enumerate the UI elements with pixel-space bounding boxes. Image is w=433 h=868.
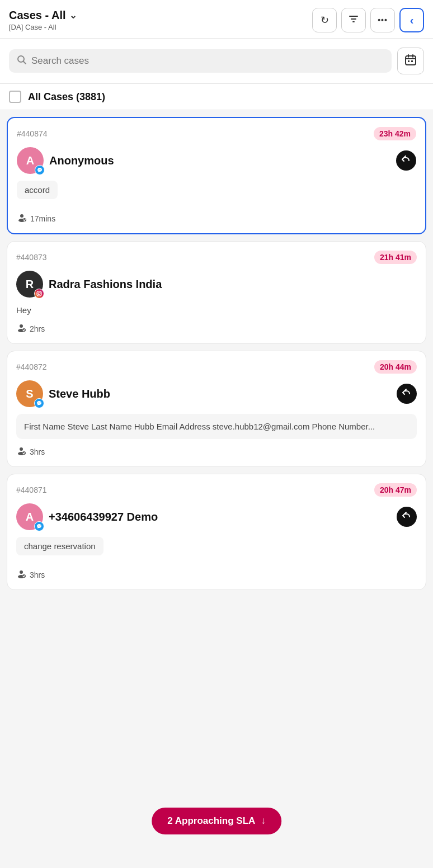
- back-button[interactable]: ‹: [399, 8, 424, 32]
- contact-left: A +34606439927 Demo: [16, 503, 158, 530]
- all-cases-label: All Cases (3881): [28, 91, 105, 103]
- card-footer: 3hrs: [16, 446, 417, 457]
- agent-icon: [16, 569, 26, 581]
- sla-banner[interactable]: 2 Approaching SLA ↓: [152, 808, 281, 834]
- case-message: accord: [17, 181, 58, 199]
- sla-label: 2 Approaching SLA: [167, 815, 255, 827]
- contact-left: A Anonymous: [17, 147, 114, 174]
- avatar: A: [16, 503, 43, 530]
- agent-time: 3hrs: [30, 447, 45, 456]
- filter-button[interactable]: [341, 8, 366, 32]
- svg-point-20: [20, 570, 23, 574]
- card-header: #440873 21h 41m: [16, 251, 417, 264]
- search-icon: [17, 55, 27, 67]
- card-header: #440872 20h 44m: [16, 360, 417, 374]
- case-id: #440873: [16, 253, 47, 262]
- agent-icon: [16, 446, 26, 457]
- case-card[interactable]: #440871 20h 47m A +34606439927 Demo: [7, 474, 426, 590]
- header-subtitle: [DA] Case - All: [9, 23, 77, 31]
- calendar-icon: [404, 54, 417, 69]
- avatar: R: [16, 271, 43, 298]
- time-badge: 20h 44m: [374, 360, 417, 374]
- card-footer: 2hrs: [16, 323, 417, 334]
- case-card[interactable]: #440873 21h 41m R Radra Fashions India: [7, 241, 426, 344]
- svg-point-17: [20, 447, 23, 451]
- title-text: Cases - All: [9, 9, 66, 22]
- filter-icon: [348, 13, 359, 27]
- contact-left: S Steve Hubb: [16, 380, 110, 407]
- search-input[interactable]: [31, 55, 384, 67]
- svg-point-14: [20, 324, 23, 328]
- search-input-wrap[interactable]: [9, 49, 392, 73]
- svg-point-13: [40, 292, 41, 293]
- svg-line-1: [23, 62, 26, 64]
- card-contact: S Steve Hubb: [16, 380, 417, 407]
- card-header: #440874 23h 42m: [17, 127, 416, 140]
- avatar: S: [16, 380, 43, 407]
- case-id: #440871: [16, 485, 47, 494]
- header-left: Cases - All ⌄ [DA] Case - All: [9, 9, 77, 31]
- header-title: Cases - All ⌄: [9, 9, 77, 22]
- chevron-down-icon[interactable]: ⌄: [69, 10, 77, 21]
- svg-rect-7: [411, 60, 413, 62]
- agent-time: 17mins: [30, 214, 55, 223]
- agent-time: 2hrs: [30, 324, 45, 333]
- contact-name: Anonymous: [49, 154, 114, 167]
- card-footer: 3hrs: [16, 569, 417, 581]
- contact-name: Radra Fashions India: [49, 278, 162, 291]
- reply-icon[interactable]: [397, 507, 417, 527]
- all-cases-checkbox[interactable]: [9, 91, 21, 103]
- search-section: [0, 39, 433, 83]
- message-tag-wrap: accord: [17, 181, 416, 206]
- case-card[interactable]: #440874 23h 42m A Anonymous: [7, 117, 426, 234]
- reply-icon[interactable]: [397, 384, 417, 404]
- agent-time: 3hrs: [30, 570, 45, 579]
- svg-rect-2: [406, 56, 416, 65]
- time-badge: 20h 47m: [374, 483, 417, 497]
- contact-left: R Radra Fashions India: [16, 271, 162, 298]
- card-footer: 17mins: [17, 213, 416, 224]
- channel-badge-messenger: [34, 398, 44, 408]
- header-actions: ↻ ••• ‹: [312, 8, 424, 32]
- svg-point-8: [20, 214, 23, 218]
- card-header: #440871 20h 47m: [16, 483, 417, 497]
- svg-point-12: [38, 293, 40, 295]
- sla-arrow-icon: ↓: [261, 815, 266, 827]
- case-message: Hey: [16, 304, 417, 316]
- message-tag-wrap: change reservation: [16, 537, 417, 562]
- case-id: #440872: [16, 362, 47, 371]
- time-badge: 23h 42m: [374, 127, 416, 140]
- channel-badge-messenger: [34, 521, 44, 531]
- channel-badge-messenger: [35, 165, 45, 175]
- card-contact: R Radra Fashions India: [16, 271, 417, 298]
- agent-icon: [17, 213, 27, 224]
- time-badge: 21h 41m: [374, 251, 417, 264]
- card-contact: A +34606439927 Demo: [16, 503, 417, 530]
- refresh-button[interactable]: ↻: [312, 8, 337, 32]
- agent-icon: [16, 323, 26, 334]
- case-message: First Name Steve Last Name Hubb Email Ad…: [16, 414, 417, 439]
- more-icon: •••: [378, 16, 388, 25]
- more-button[interactable]: •••: [370, 8, 395, 32]
- case-list: #440874 23h 42m A Anonymous: [0, 110, 433, 597]
- reply-icon[interactable]: [396, 150, 416, 171]
- case-card[interactable]: #440872 20h 44m S Steve Hubb: [7, 351, 426, 467]
- contact-name: Steve Hubb: [49, 388, 110, 400]
- app-header: Cases - All ⌄ [DA] Case - All ↻ ••• ‹: [0, 0, 433, 39]
- contact-name: +34606439927 Demo: [49, 511, 158, 523]
- channel-badge-instagram: [34, 289, 44, 299]
- all-cases-row: All Cases (3881): [0, 83, 433, 110]
- case-message: change reservation: [16, 537, 103, 555]
- case-id: #440874: [17, 129, 48, 138]
- calendar-button[interactable]: [397, 48, 424, 74]
- svg-rect-6: [408, 60, 410, 62]
- avatar: A: [17, 147, 44, 174]
- card-contact: A Anonymous: [17, 147, 416, 174]
- back-icon: ‹: [410, 14, 414, 27]
- refresh-icon: ↻: [321, 14, 329, 26]
